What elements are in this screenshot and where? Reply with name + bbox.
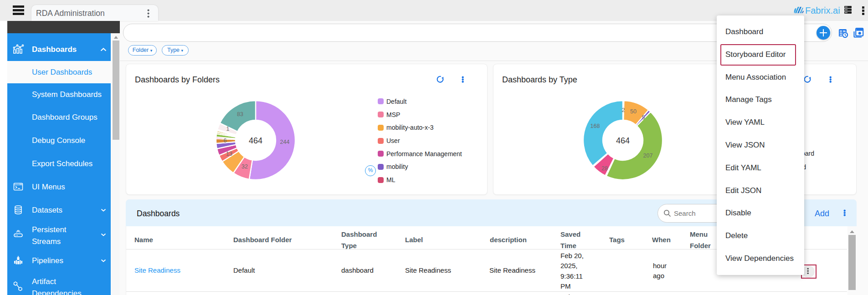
- svg-text:83: 83: [237, 111, 243, 117]
- svg-text:1: 1: [226, 126, 230, 132]
- svg-text:28: 28: [601, 165, 608, 172]
- svg-text:464: 464: [616, 136, 630, 145]
- svg-text:6: 6: [224, 137, 227, 144]
- svg-text:5: 5: [642, 114, 645, 121]
- svg-text:50: 50: [630, 108, 637, 115]
- svg-text:207: 207: [643, 153, 653, 159]
- svg-text:168: 168: [591, 123, 600, 129]
- svg-text:32: 32: [241, 163, 248, 170]
- svg-text:464: 464: [249, 136, 262, 145]
- svg-text:2: 2: [622, 107, 625, 113]
- svg-text:13: 13: [226, 151, 232, 157]
- svg-text:244: 244: [280, 139, 290, 145]
